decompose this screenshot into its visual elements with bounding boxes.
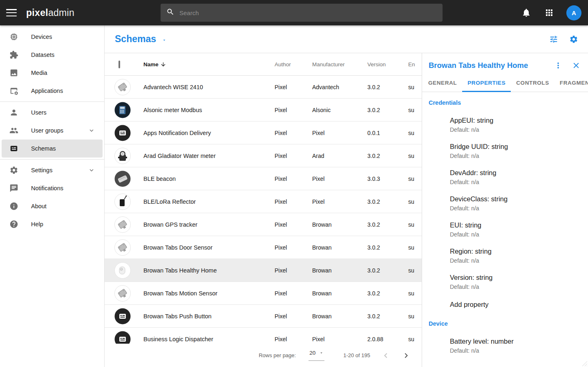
sidebar-item-user-groups[interactable]: User groups [2,122,103,140]
panel-tab-controls[interactable]: CONTROLS [511,74,554,92]
table-header-row: Name Author Manufacturer Version En [105,53,422,76]
cell-version: 3.0.2 [367,290,408,297]
property-default: Default: n/a [450,153,581,159]
schema-property[interactable]: DeviceClass: string Default: n/a [450,195,581,212]
global-search[interactable] [161,4,443,22]
apps-grid-icon[interactable] [544,8,554,18]
cell-enabled: su [408,221,422,228]
cell-author: Pixel [275,84,312,90]
add-property-button[interactable]: Add property [429,300,581,309]
app-logo[interactable]: pixeladmin [26,7,74,18]
notifications-icon [9,184,18,193]
sidebar-item-label: Notifications [31,185,63,191]
cell-name: Browan Tabs Door Sensor [143,244,275,251]
table-row[interactable]: BLE beacon Pixel Pixel 3.0.3 su [105,167,422,190]
cell-manufacturer: Browan [312,313,367,320]
detail-panel: Browan Tabs Healthy Home GENERALPROPERTI… [422,53,588,367]
sidebar-item-label: About [31,203,47,209]
column-header-author[interactable]: Author [275,61,312,68]
rows-per-page-select[interactable]: 20 [309,350,324,361]
cell-name: Browan Tabs Motion Sensor [143,290,275,297]
next-page-button[interactable] [401,351,411,360]
sidebar-item-applications[interactable]: Applications [2,82,103,100]
schema-property[interactable]: Battery level: number Default: n/a [450,338,581,354]
sidebar-item-help[interactable]: Help [2,215,103,233]
table-row[interactable]: Apps Notification Delivery Pixel Pixel 0… [105,122,422,144]
cell-version: 3.0.2 [367,107,408,113]
cell-enabled: su [408,198,422,205]
cell-author: Pixel [275,107,312,113]
cell-name: BLE beacon [143,176,275,182]
table-row[interactable]: Browan Tabs Push Button Pixel Browan 3.0… [105,305,422,328]
sidebar-item-devices[interactable]: Devices [2,28,103,46]
table-row[interactable]: Browan Tabs Door Sensor Pixel Browan 3.0… [105,236,422,259]
select-all-checkbox[interactable] [118,61,120,68]
table-row[interactable]: Browan Tabs Motion Sensor Pixel Browan 3… [105,282,422,305]
settings-gear-icon[interactable] [569,35,578,44]
cell-enabled: su [408,130,422,136]
table-row[interactable]: BLE/LoRa Reflector Pixel Pixel 3.0.2 su [105,190,422,213]
cell-manufacturer: Pixel [312,336,367,342]
about-icon [9,202,18,211]
notifications-bell-icon[interactable] [521,8,531,18]
sidebar-item-datasets[interactable]: Datasets [2,46,103,64]
device-thumbnail [114,171,131,187]
panel-tab-properties[interactable]: PROPERTIES [462,74,511,92]
schema-property[interactable]: AppEUI: string Default: n/a [450,117,581,133]
device-thumbnail [114,308,131,324]
property-name: Version: string [450,274,581,281]
panel-title: Browan Tabs Healthy Home [429,61,554,70]
schema-property[interactable]: EUI: string Default: n/a [450,221,581,238]
table-row[interactable]: Business Logic Dispatcher Pixel Pixel 2.… [105,328,422,344]
table-row[interactable]: Browan Tabs Healthy Home Pixel Browan 3.… [105,259,422,282]
filter-tune-icon[interactable] [549,35,558,44]
sidebar-item-label: Devices [31,34,52,40]
property-default: Default: n/a [450,257,581,264]
sidebar-item-about[interactable]: About [2,197,103,215]
property-name: Battery level: number [450,338,581,345]
cell-name: Business Logic Dispatcher [143,336,275,342]
column-header-version[interactable]: Version [367,61,408,68]
user-avatar[interactable]: A [566,5,581,20]
schema-property[interactable]: DevAddr: string Default: n/a [450,169,581,185]
column-header-enabled[interactable]: En [408,61,422,68]
sidebar-item-settings[interactable]: Settings [2,161,103,179]
sidebar-item-media[interactable]: Media [2,64,103,82]
cell-author: Pixel [275,267,312,274]
device-thumbnail [114,148,131,164]
panel-tab-fragments[interactable]: FRAGMENTS [554,74,588,92]
table-row[interactable]: Browan GPS tracker Pixel Browan 3.0.2 su [105,213,422,236]
device-thumbnail [114,216,131,233]
kebab-menu-icon[interactable] [554,61,563,70]
caret-down-icon [319,350,324,356]
panel-tab-general[interactable]: GENERAL [423,74,462,92]
users-icon [9,108,18,117]
previous-page-button [381,351,391,360]
sidebar-item-users[interactable]: Users [2,104,103,122]
property-name: Bridge UUID: string [450,143,581,151]
cell-author: Pixel [275,130,312,136]
device-thumbnail [114,239,131,256]
column-header-name[interactable]: Name [143,61,275,68]
sidebar-item-notifications[interactable]: Notifications [2,179,103,197]
chevron-down-icon [88,127,95,134]
settings-icon [9,166,18,175]
hamburger-menu-icon[interactable] [6,9,17,16]
table-row[interactable]: Advantech WISE 2410 Pixel Advantech 3.0.… [105,76,422,99]
sidebar-item-schemas[interactable]: Schemas [2,140,103,158]
schema-property[interactable]: Version: string Default: n/a [450,274,581,290]
schema-property[interactable]: Bridge UUID: string Default: n/a [450,143,581,159]
search-input[interactable] [179,9,437,16]
table-row[interactable]: Arad Gladiator Water meter Pixel Arad 3.… [105,144,422,167]
cell-author: Pixel [275,153,312,159]
property-default: Default: n/a [450,179,581,185]
schema-property[interactable]: Region: string Default: n/a [450,248,581,264]
device-thumbnail [114,102,131,118]
column-header-manufacturer[interactable]: Manufacturer [312,61,367,68]
table-row[interactable]: Alsonic meter Modbus Pixel Alsonic 3.0.2… [105,99,422,122]
cell-manufacturer: Advantech [312,84,367,90]
close-icon[interactable] [572,61,581,70]
cell-version: 3.0.2 [367,198,408,205]
page-title-dropdown[interactable]: Schemas [115,34,167,45]
sidebar-divider [0,159,104,160]
